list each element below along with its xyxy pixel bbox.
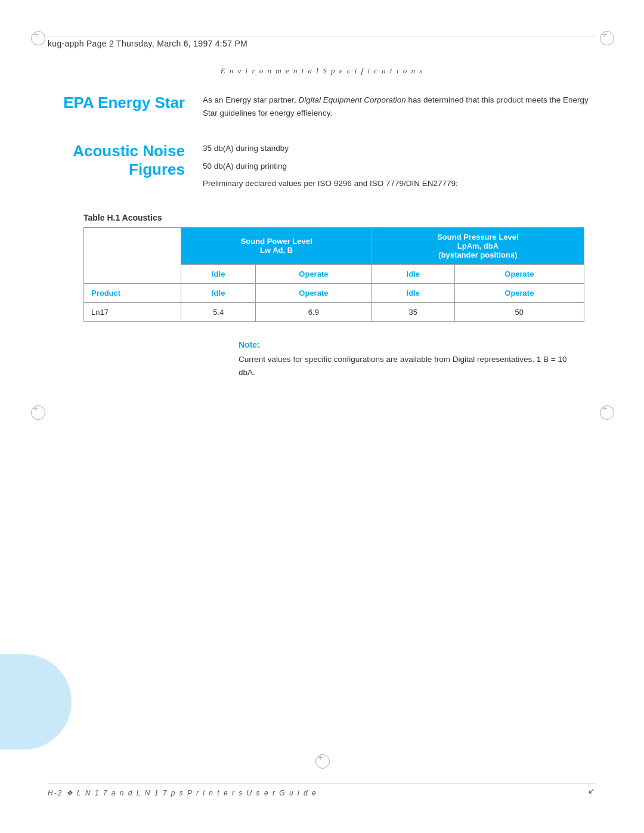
acoustic-line2: 50 db(A) during printing [203, 160, 596, 173]
epa-label: EPA Energy Star [48, 94, 203, 112]
crosshair-top-left [31, 31, 44, 44]
footer: H-2 ❖ L N 1 7 a n d L N 1 7 p s P r i n … [48, 784, 596, 797]
note-section: Note: Current values for specific config… [239, 340, 584, 379]
header-rule [48, 36, 596, 36]
acoustic-body: 35 db(A) during standby 50 db(A) during … [203, 142, 596, 195]
acoustic-title: Acoustic Noise Figures [48, 142, 185, 179]
page: kug-apph Page 2 Thursday, March 6, 1997 … [0, 0, 644, 833]
acoustic-label: Acoustic Noise Figures [48, 142, 203, 179]
note-text: Current values for specific configuratio… [239, 353, 584, 379]
corner-arrow-icon: ↙ [588, 786, 595, 796]
table-title: Table H.1 Acoustics [83, 213, 584, 222]
section-subtitle: E n v i r o n m e n t a l S p e c i f i … [48, 66, 596, 76]
epa-title: EPA Energy Star [63, 94, 185, 112]
epa-body-text: As an Energy star partner, Digital Equip… [203, 94, 596, 119]
crosshair-mid-left [31, 405, 44, 419]
acoustic-line1: 35 db(A) during standby [203, 142, 596, 155]
epa-body: As an Energy star partner, Digital Equip… [203, 94, 596, 124]
table-section: Table H.1 Acoustics Sound Power LevelLw … [83, 213, 584, 322]
crosshair-bottom-center [315, 754, 329, 767]
note-label: Note: [239, 340, 584, 349]
acoustics-table: Sound Power LevelLw Ad, B Sound Pressure… [83, 227, 584, 322]
footer-text: H-2 ❖ L N 1 7 a n d L N 1 7 p s P r i n … [48, 789, 596, 797]
crosshair-mid-right [600, 405, 613, 419]
crosshair-top-right [600, 31, 613, 44]
header-text: kug-apph Page 2 Thursday, March 6, 1997 … [48, 39, 596, 48]
acoustic-section: Acoustic Noise Figures 35 db(A) during s… [48, 142, 596, 195]
blue-blob-decoration [0, 654, 72, 750]
acoustic-line3: Preliminary declared values per ISO 9296… [203, 177, 596, 190]
epa-section: EPA Energy Star As an Energy star partne… [48, 94, 596, 124]
